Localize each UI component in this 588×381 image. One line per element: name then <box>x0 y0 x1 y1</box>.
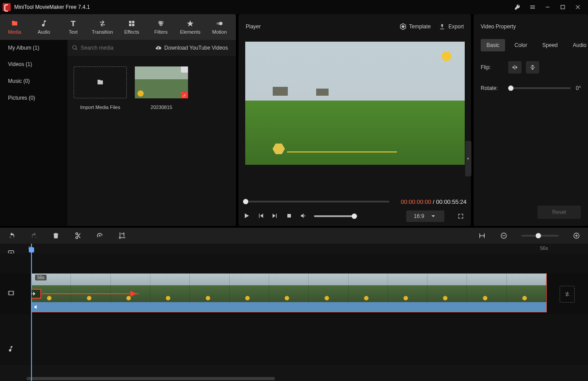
play-button[interactable] <box>243 212 250 221</box>
timeline[interactable]: 0s 56s 56s <box>0 244 588 381</box>
template-button[interactable]: Template <box>400 23 431 30</box>
crop-button[interactable] <box>118 232 126 240</box>
property-panel: Video Property Basic Color Speed Audio F… <box>474 14 588 226</box>
svg-point-8 <box>159 23 163 27</box>
fullscreen-button[interactable] <box>455 210 466 222</box>
aspect-ratio-select[interactable]: 16:9 <box>406 210 444 222</box>
next-frame-button[interactable] <box>271 212 278 221</box>
delete-button[interactable] <box>52 232 59 240</box>
transition-slot[interactable] <box>560 286 575 303</box>
music-track[interactable] <box>0 334 588 365</box>
svg-rect-0 <box>546 7 549 7</box>
sidebar-item-music[interactable]: Music (0) <box>0 73 67 89</box>
clip-effect-icon <box>137 90 144 97</box>
download-youtube-button[interactable]: Download YouTube Videos <box>155 45 236 51</box>
media-clip-label: 20230815 <box>135 105 188 110</box>
sidebar-item-pictures[interactable]: Pictures (0) <box>0 89 67 106</box>
tab-text-label: Text <box>69 29 78 35</box>
overlay-track[interactable] <box>0 253 588 273</box>
prev-frame-button[interactable] <box>257 212 264 221</box>
prop-tab-speed[interactable]: Speed <box>537 39 564 51</box>
media-panel: Media Audio Text Transition Effects Filt… <box>0 14 236 226</box>
clip-duration-label: 56s <box>35 275 47 280</box>
volume-button[interactable] <box>300 212 307 221</box>
reset-label: Reset <box>552 209 566 215</box>
zoom-in-button[interactable] <box>573 232 580 239</box>
close-button[interactable] <box>570 0 585 14</box>
tab-filters[interactable]: Filters <box>146 14 176 40</box>
redo-button[interactable] <box>30 232 38 239</box>
svg-point-11 <box>216 23 219 25</box>
minimize-button[interactable] <box>540 0 555 14</box>
import-media-card[interactable]: Import Media Files <box>74 66 127 110</box>
tab-audio[interactable]: Audio <box>29 14 59 40</box>
svg-rect-21 <box>9 293 9 293</box>
menu-icon[interactable] <box>525 0 540 14</box>
speed-button[interactable] <box>96 232 104 240</box>
fit-timeline-button[interactable] <box>478 232 486 239</box>
svg-rect-25 <box>13 294 13 294</box>
app-title: MiniTool MovieMaker Free 7.4.1 <box>14 4 510 10</box>
zoom-out-button[interactable] <box>500 232 507 239</box>
license-key-icon[interactable] <box>510 0 525 14</box>
tab-effects[interactable]: Effects <box>117 14 146 40</box>
reset-button[interactable]: Reset <box>537 206 581 219</box>
flip-vertical-button[interactable] <box>526 61 539 74</box>
timeline-scrollbar[interactable] <box>27 377 275 380</box>
tab-transition-label: Transition <box>92 29 113 35</box>
zoom-slider[interactable] <box>521 235 559 237</box>
video-track-icon <box>7 290 15 298</box>
preview-canvas[interactable] <box>245 42 465 165</box>
panel-collapse-handle[interactable] <box>465 141 471 176</box>
template-icon <box>400 23 407 30</box>
stop-button[interactable] <box>286 212 293 221</box>
split-button[interactable] <box>74 232 82 240</box>
prop-tab-basic[interactable]: Basic <box>481 39 505 51</box>
maximize-button[interactable] <box>555 0 570 14</box>
aspect-ratio-value: 16:9 <box>414 213 424 219</box>
svg-rect-1 <box>561 5 564 9</box>
tab-elements[interactable]: Elements <box>176 14 205 40</box>
video-track[interactable]: 56s <box>0 273 588 314</box>
tab-media[interactable]: Media <box>0 14 29 40</box>
sidebar-item-videos[interactable]: Videos (1) <box>0 56 67 73</box>
svg-rect-3 <box>132 21 134 23</box>
flip-horizontal-button[interactable] <box>508 61 521 74</box>
playhead[interactable] <box>31 244 32 381</box>
chevron-down-icon <box>430 213 437 220</box>
search-icon <box>72 45 78 51</box>
tab-media-label: Media <box>8 29 21 35</box>
tab-elements-label: Elements <box>180 29 200 35</box>
undo-button[interactable] <box>8 232 16 239</box>
svg-rect-12 <box>287 214 291 218</box>
prop-tab-audio[interactable]: Audio <box>567 39 588 51</box>
export-button[interactable]: Export <box>439 23 464 30</box>
spacer-track[interactable] <box>0 314 588 334</box>
current-time: 00:00:00:00 <box>401 198 431 205</box>
seek-track[interactable] <box>248 201 389 202</box>
tab-filters-label: Filters <box>154 29 168 35</box>
tab-transition[interactable]: Transition <box>88 14 117 40</box>
clip-trim-start-handle[interactable] <box>31 289 41 299</box>
tab-motion[interactable]: Motion <box>205 14 234 40</box>
total-time: 00:00:55:24 <box>436 198 466 205</box>
album-label[interactable]: My Album (1) <box>0 40 67 56</box>
seek-bar[interactable]: 00:00:00:00 / 00:00:55:24 <box>239 197 471 206</box>
volume-slider[interactable] <box>314 215 355 217</box>
search-input[interactable] <box>81 45 134 51</box>
seek-thumb[interactable] <box>243 199 248 204</box>
rotate-slider[interactable] <box>508 87 571 89</box>
media-grid: Import Media Files ✓ 20230815 <box>67 56 236 226</box>
prop-tab-color[interactable]: Color <box>509 39 533 51</box>
video-clip[interactable]: 56s <box>31 273 547 312</box>
timeline-ruler[interactable]: 0s 56s <box>27 244 588 253</box>
rotate-label: Rotate: <box>481 85 508 91</box>
tab-text[interactable]: Text <box>59 14 88 40</box>
svg-rect-4 <box>129 24 131 26</box>
sun-element-icon <box>438 48 455 65</box>
svg-rect-22 <box>9 294 9 294</box>
tab-audio-label: Audio <box>38 29 50 35</box>
media-clip-card[interactable]: ✓ 20230815 <box>135 66 188 110</box>
export-label: Export <box>448 23 464 30</box>
export-icon <box>439 23 446 30</box>
